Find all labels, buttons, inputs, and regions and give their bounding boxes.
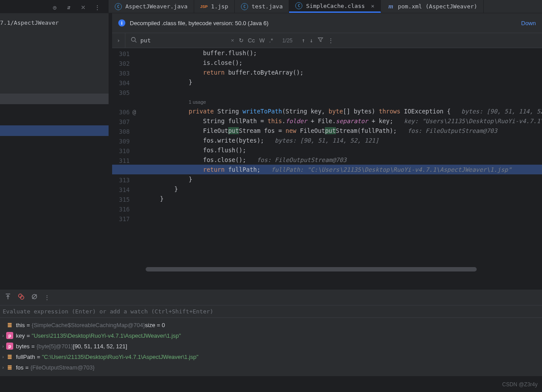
java-icon: C	[115, 3, 122, 10]
svg-line-1	[135, 41, 137, 43]
tab-1jsp[interactable]: JSP 1.jsp	[194, 0, 235, 13]
line-number: 301	[112, 49, 132, 59]
tree-row-highlight[interactable]	[0, 125, 109, 136]
code-line[interactable]: }	[146, 184, 542, 194]
find-bar: › × ↻ Cc W .* 1/25 ↑ ↓ ⋮	[112, 33, 542, 48]
match-case-toggle[interactable]: Cc	[248, 37, 255, 44]
variable-row[interactable]: ›pbytes = {byte[5]@701} [90, 51, 114, 52…	[0, 341, 542, 351]
svg-rect-8	[8, 324, 12, 326]
tree-row-selected[interactable]	[0, 94, 109, 104]
code-line[interactable]	[146, 87, 542, 97]
regex-toggle[interactable]: .*	[269, 37, 273, 44]
tab-pom[interactable]: m pom.xml (AspectJWeaver)	[381, 0, 484, 13]
object-badge-icon	[6, 353, 13, 360]
code-line[interactable]: String fullPath = this.folder + File.sep…	[146, 116, 542, 126]
line-number: 305	[112, 88, 132, 98]
search-input[interactable]	[140, 37, 229, 44]
gutter-markers: @	[132, 48, 146, 272]
info-banner: i Decompiled .class file, bytecode versi…	[112, 13, 542, 33]
line-number: 310	[112, 146, 132, 156]
chevron-right-icon[interactable]: ›	[0, 333, 6, 338]
locate-icon[interactable]: ◎	[51, 3, 59, 11]
tab-label: AspectJWeaver.java	[125, 3, 188, 10]
collapse-icon[interactable]: ⤫	[79, 3, 87, 11]
equals-label: =	[31, 343, 35, 350]
code-line[interactable]: fos.write(bytes); bytes: [90, 51, 114, 5…	[146, 136, 542, 145]
banner-message: Decompiled .class file, bytecode version…	[130, 20, 268, 26]
maven-icon: m	[387, 3, 394, 10]
code-line[interactable]: 1 usage	[146, 97, 542, 106]
variable-value-string: "Users\21135\Desktop\RuoYi-v4.7.1\Aspect…	[32, 332, 181, 339]
variable-row[interactable]: ›fullPath = "C:\Users\21135\Desktop\RuoY…	[0, 351, 542, 362]
code-line[interactable]: fos.flush();	[146, 145, 542, 155]
code-line[interactable]: }	[146, 174, 542, 184]
code-line[interactable]: private String writeToPath(String key, b…	[146, 106, 542, 116]
line-number: 306	[112, 107, 132, 117]
code-line[interactable]: return fullPath; fullPath: "C:\Users\211…	[112, 165, 542, 174]
tab-aspectjweaver[interactable]: C AspectJWeaver.java	[109, 0, 194, 13]
editor-tabstrip: C AspectJWeaver.java JSP 1.jsp C test.ja…	[109, 0, 542, 13]
line-number: 317	[112, 214, 132, 224]
line-number: 314	[112, 185, 132, 195]
editor[interactable]: 3013023033043053063073083093103113123133…	[112, 48, 542, 272]
more-icon[interactable]: ⋮	[44, 294, 50, 301]
svg-rect-14	[8, 367, 12, 368]
code-line[interactable]: }	[146, 77, 542, 87]
svg-point-0	[132, 38, 136, 41]
code-line[interactable]: fos.close(); fos: FileOutputStream@703	[146, 155, 542, 165]
variable-value-dim: {SimpleCache$StoreableCachingMap@704}	[32, 322, 145, 328]
step-out-icon[interactable]	[4, 293, 11, 302]
debug-panel: ⋮ Evaluate expression (Enter) or add a w…	[0, 290, 542, 376]
filter-icon[interactable]	[317, 37, 324, 44]
code-line[interactable]: is.close();	[146, 58, 542, 68]
variable-name: fos	[16, 364, 23, 371]
svg-rect-13	[8, 366, 12, 367]
tab-simplecache[interactable]: C SimpleCache.class ×	[289, 0, 381, 13]
code-line[interactable]: FileOutputStream fos = new FileOutputStr…	[146, 126, 542, 136]
line-number: 307	[112, 117, 132, 127]
next-match-icon[interactable]: ↓	[310, 37, 313, 44]
horizontal-scrollbar[interactable]	[146, 267, 477, 271]
code-line[interactable]: }	[146, 194, 542, 204]
mute-breakpoints-icon[interactable]	[18, 293, 25, 302]
line-number: 309	[112, 136, 132, 146]
line-number: 311	[112, 156, 132, 166]
equals-label: =	[26, 332, 30, 339]
expand-replace-icon[interactable]: ›	[112, 33, 125, 48]
close-icon[interactable]: ×	[371, 3, 375, 9]
code-line[interactable]: buffer.flush();	[146, 48, 542, 58]
chevron-right-icon[interactable]: ›	[0, 344, 6, 349]
sort-icon[interactable]: ⇵	[65, 3, 73, 11]
variable-row[interactable]: this = {SimpleCache$StoreableCachingMap@…	[0, 320, 542, 330]
variable-row[interactable]: ›fos = {FileOutputStream@703}	[0, 362, 542, 373]
variable-value-dim: {FileOutputStream@703}	[30, 364, 94, 371]
clear-icon[interactable]: ×	[231, 37, 234, 44]
svg-rect-12	[8, 358, 12, 359]
variable-row[interactable]: ›pkey = "Users\21135\Desktop\RuoYi-v4.7.…	[0, 330, 542, 341]
more-icon[interactable]: ⋮	[328, 37, 334, 44]
tab-label: 1.jsp	[211, 3, 228, 10]
view-breakpoints-icon[interactable]	[31, 293, 38, 302]
line-number: 308	[112, 127, 132, 136]
variable-value-dim: {byte[5]@701}	[37, 343, 73, 350]
words-toggle[interactable]: W	[259, 37, 264, 44]
class-icon: C	[295, 2, 302, 9]
tab-test[interactable]: C test.java	[235, 0, 289, 13]
code-line[interactable]	[146, 204, 542, 213]
project-path: 7.1/AspectJWeaver	[0, 19, 59, 26]
new-search-icon[interactable]: ↻	[239, 37, 244, 44]
variable-value-string: "C:\Users\21135\Desktop\RuoYi-v4.7.1\Asp…	[42, 354, 199, 360]
variable-extra: size = 0	[145, 322, 165, 328]
evaluate-prompt[interactable]: Evaluate expression (Enter) or add a wat…	[0, 305, 542, 318]
watermark: CSDN @Z3r4y	[502, 381, 538, 388]
code-line[interactable]: return buffer.toByteArray();	[146, 68, 542, 77]
download-sources-link[interactable]: Down	[521, 20, 536, 26]
chevron-right-icon[interactable]: ›	[0, 354, 6, 359]
code-area[interactable]: buffer.flush(); is.close(); return buffe…	[146, 48, 542, 272]
line-number	[112, 98, 132, 107]
more-icon[interactable]: ⋮	[93, 3, 101, 11]
prev-match-icon[interactable]: ↑	[302, 37, 305, 44]
override-marker-icon[interactable]: @	[132, 107, 136, 117]
chevron-right-icon[interactable]: ›	[0, 365, 6, 370]
variable-value-array: [90, 51, 114, 52, 121]	[73, 343, 127, 350]
